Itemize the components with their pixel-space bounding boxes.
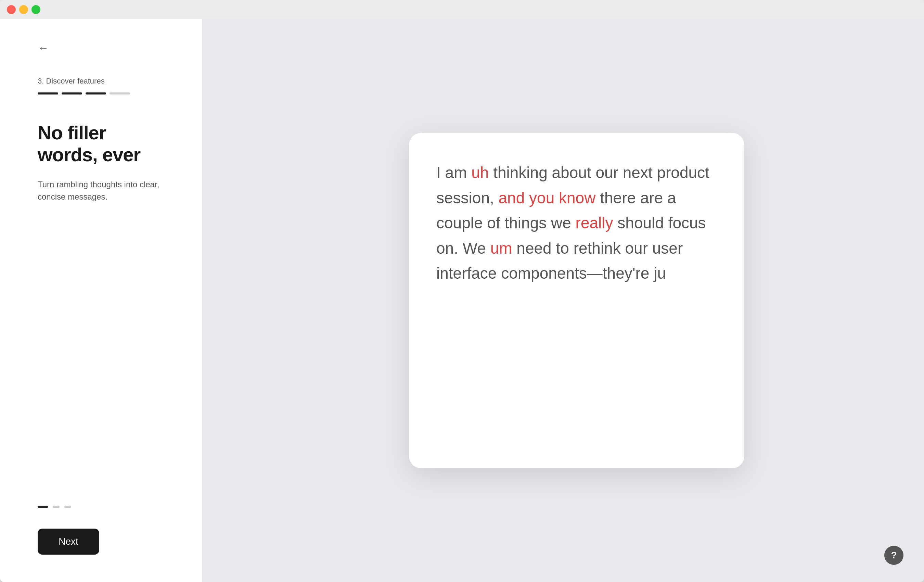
filler-really: really [576, 214, 613, 232]
maximize-button[interactable] [31, 5, 40, 14]
traffic-lights [7, 5, 40, 14]
progress-bar [38, 93, 164, 94]
app-window: ← 3. Discover features No filler words, … [0, 0, 924, 582]
step-label: 3. Discover features [38, 77, 164, 86]
filler-um: um [490, 239, 512, 257]
left-panel: ← 3. Discover features No filler words, … [0, 19, 202, 582]
next-button[interactable]: Next [38, 529, 99, 555]
help-button[interactable]: ? [884, 546, 903, 565]
back-button[interactable]: ← [35, 40, 51, 56]
content-area: ← 3. Discover features No filler words, … [0, 19, 924, 582]
subtitle: Turn rambling thoughts into clear, conci… [38, 179, 164, 203]
right-panel: I am uh thinking about our next product … [202, 19, 924, 582]
minimize-button[interactable] [19, 5, 28, 14]
progress-segment-3 [86, 93, 106, 94]
main-title: No filler words, ever [38, 122, 164, 166]
card-text: I am uh thinking about our next product … [436, 160, 717, 286]
dot-2 [53, 506, 59, 508]
dot-1 [38, 506, 48, 508]
dot-3 [64, 506, 71, 508]
close-button[interactable] [7, 5, 16, 14]
title-bar [0, 0, 924, 19]
progress-segment-2 [62, 93, 82, 94]
dots-indicator [38, 506, 164, 508]
progress-segment-1 [38, 93, 58, 94]
filler-uh: uh [471, 164, 489, 182]
card: I am uh thinking about our next product … [409, 133, 744, 468]
back-arrow-icon: ← [38, 42, 49, 55]
progress-segment-4 [109, 93, 130, 94]
filler-and-you-know: and you know [498, 189, 596, 207]
